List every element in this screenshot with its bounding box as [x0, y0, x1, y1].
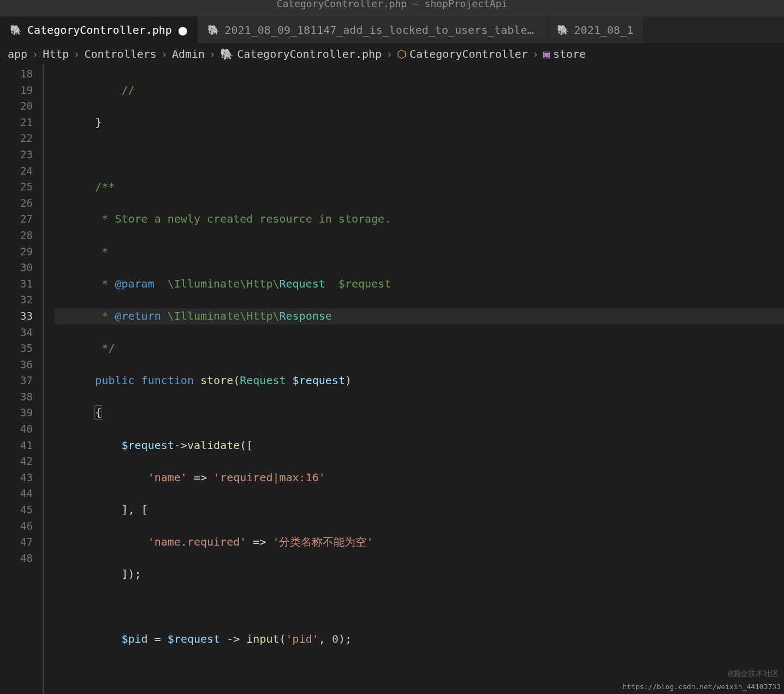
breadcrumb-segment[interactable]: Admin — [172, 47, 205, 61]
line-number: 34 — [0, 325, 33, 341]
tab-label: 2021_08_09_181147_add_is_locked_to_users… — [225, 23, 537, 37]
breadcrumb[interactable]: app › Http › Controllers › Admin › 🐘 Cat… — [0, 44, 784, 64]
php-icon: 🐘 — [220, 47, 234, 61]
line-number: 25 — [0, 179, 33, 195]
line-number: 20 — [0, 98, 33, 115]
line-number-gutter: 1819202122232425262728293031323334353637… — [0, 64, 43, 694]
line-number: 42 — [0, 453, 33, 470]
footer-url: https://blog.csdn.net/weixin_44103733 — [622, 683, 781, 691]
method-icon: ▣ — [543, 47, 550, 61]
line-number: 46 — [0, 518, 33, 535]
line-number: 43 — [0, 470, 33, 486]
chevron-right-icon: › — [532, 47, 539, 61]
line-number: 47 — [0, 534, 33, 551]
line-number: 45 — [0, 502, 33, 518]
line-number: 32 — [0, 292, 33, 308]
line-number: 28 — [0, 228, 33, 244]
class-icon: ⬡ — [397, 47, 406, 61]
line-number: 26 — [0, 195, 33, 212]
line-number: 18 — [0, 66, 33, 82]
chevron-right-icon: › — [73, 47, 80, 61]
breadcrumb-segment[interactable]: app — [8, 47, 27, 61]
line-number: 27 — [0, 211, 33, 228]
chevron-right-icon: › — [209, 47, 216, 61]
breadcrumb-segment[interactable]: store — [553, 47, 586, 61]
breadcrumb-segment[interactable]: CategoryController — [409, 47, 528, 61]
line-number: 38 — [0, 389, 33, 405]
code-editor[interactable]: 1819202122232425262728293031323334353637… — [0, 64, 784, 694]
line-number: 44 — [0, 486, 33, 502]
tab-bar: 🐘 CategoryController.php ● 🐘 2021_08_09_… — [0, 16, 784, 44]
watermark: @掘金技术社区 — [728, 669, 779, 679]
chevron-right-icon: › — [386, 47, 393, 61]
line-number: 37 — [0, 373, 33, 389]
line-number: 23 — [0, 147, 33, 163]
line-number: 29 — [0, 244, 33, 260]
line-number: 48 — [0, 551, 33, 567]
line-number: 24 — [0, 163, 33, 180]
line-number: 35 — [0, 340, 33, 357]
php-icon: 🐘 — [557, 24, 569, 35]
php-icon: 🐘 — [207, 24, 219, 35]
line-number: 21 — [0, 115, 33, 131]
breadcrumb-segment[interactable]: Http — [43, 47, 69, 61]
line-number: 30 — [0, 260, 33, 276]
line-number: 22 — [0, 130, 33, 147]
php-icon: 🐘 — [10, 24, 22, 35]
tab-migration-add-is-locked[interactable]: 🐘 2021_08_09_181147_add_is_locked_to_use… — [198, 16, 547, 43]
line-number: 19 — [0, 82, 33, 99]
line-number: 33 — [0, 308, 33, 325]
tab-label: CategoryController.php — [27, 23, 172, 37]
line-number: 36 — [0, 357, 33, 373]
line-number: 40 — [0, 421, 33, 438]
breadcrumb-segment[interactable]: CategoryController.php — [237, 47, 382, 61]
window-title: CategoryController.php — shopProjectApi — [0, 0, 784, 16]
tab-category-controller[interactable]: 🐘 CategoryController.php ● — [0, 16, 198, 43]
tab-migration-partial[interactable]: 🐘 2021_08_1 — [547, 16, 644, 43]
line-number: 41 — [0, 438, 33, 454]
line-number: 31 — [0, 276, 33, 292]
chevron-right-icon: › — [161, 47, 168, 61]
breadcrumb-segment[interactable]: Controllers — [84, 47, 156, 61]
tab-label: 2021_08_1 — [574, 23, 633, 37]
line-number: 39 — [0, 405, 33, 421]
chevron-right-icon: › — [32, 47, 38, 61]
code-content[interactable]: // } /** * Store a newly created resourc… — [43, 64, 637, 694]
